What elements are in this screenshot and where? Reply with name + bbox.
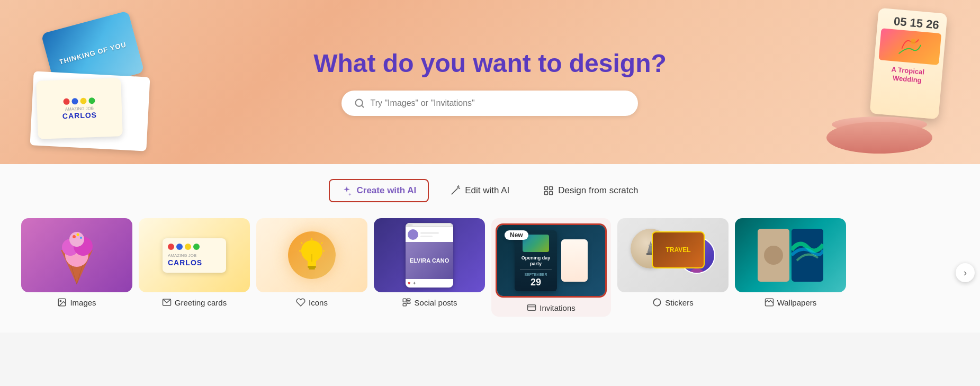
sticker-icon <box>652 298 662 307</box>
hero-center: What do you want to design? <box>313 49 667 116</box>
search-input[interactable] <box>370 98 625 108</box>
search-icon <box>354 98 365 109</box>
svg-rect-8 <box>550 187 553 190</box>
svg-rect-10 <box>550 192 553 195</box>
category-stickers[interactable]: TRAVEL Stick <box>617 218 729 307</box>
svg-rect-9 <box>545 192 548 195</box>
greeting-cards-label: Greeting cards <box>175 298 227 307</box>
category-wallpapers[interactable]: Wallpapers <box>735 218 846 307</box>
tab-edit-ai[interactable]: Edit with AI <box>437 179 522 202</box>
hero-title: What do you want to design? <box>313 49 667 78</box>
wallpapers-thumb <box>735 218 846 292</box>
icons-label: Icons <box>309 298 328 307</box>
search-bar[interactable] <box>341 91 638 116</box>
svg-rect-7 <box>545 187 548 190</box>
svg-rect-36 <box>528 305 536 311</box>
svg-point-18 <box>73 235 76 238</box>
category-icons[interactable]: Icons <box>256 218 367 307</box>
stickers-thumb: TRAVEL <box>617 218 729 292</box>
social-icon <box>402 298 411 307</box>
hero-invitation-card: 05 15 26 A Tropical Wedding <box>870 8 948 120</box>
category-images[interactable]: Images <box>21 218 132 307</box>
category-social-posts[interactable]: ELVIRA CANO ♥ ✦ Social posts <box>374 218 485 307</box>
wand-icon <box>450 185 461 196</box>
category-invitations[interactable]: New Opening day party SEPTEMBER 29 <box>491 218 611 317</box>
svg-rect-25 <box>309 268 315 270</box>
svg-point-2 <box>910 39 916 44</box>
svg-rect-24 <box>308 266 316 268</box>
images-thumb <box>21 218 132 292</box>
wallpapers-label: Wallpapers <box>777 298 816 307</box>
images-label: Images <box>70 298 96 307</box>
tabs-section: Create with AI Edit with AI Design from … <box>0 164 980 213</box>
pedestal: 05 15 26 A Tropical Wedding <box>816 5 948 154</box>
tab-edit-ai-label: Edit with AI <box>465 185 509 196</box>
envelope-icon <box>162 298 172 307</box>
social-posts-thumb: ELVIRA CANO ♥ ✦ <box>374 218 485 292</box>
grid-icon <box>543 185 554 196</box>
icons-category-icon <box>296 298 305 307</box>
categories-grid: Images AMAZING JOB CARLOS <box>0 213 980 333</box>
svg-rect-32 <box>403 299 406 302</box>
sparkle-icon <box>341 185 352 196</box>
category-greeting-cards[interactable]: AMAZING JOB CARLOS Greeting cards <box>139 218 250 307</box>
tab-create-ai-label: Create with AI <box>356 185 416 196</box>
svg-line-3 <box>452 189 457 194</box>
card-icon <box>527 303 536 312</box>
colorful-card: AMAZING JOB CARLOS <box>36 78 123 139</box>
svg-rect-33 <box>407 299 410 300</box>
hero-left-decoration: THINKING OF YOU AMAZING JOB CARLOS <box>32 11 164 148</box>
tab-design-scratch[interactable]: Design from scratch <box>531 179 651 202</box>
stickers-label: Stickers <box>665 298 693 307</box>
svg-point-20 <box>77 234 79 236</box>
wallpaper-icon <box>765 298 774 307</box>
svg-rect-34 <box>407 302 410 303</box>
next-button[interactable]: › <box>956 263 975 282</box>
tab-create-ai[interactable]: Create with AI <box>329 179 429 202</box>
svg-point-19 <box>80 237 82 239</box>
new-badge: New <box>505 230 528 240</box>
hero-section: THINKING OF YOU AMAZING JOB CARLOS What … <box>0 0 980 164</box>
svg-line-1 <box>362 105 364 107</box>
tab-design-scratch-label: Design from scratch <box>558 185 638 196</box>
invitations-thumb: New Opening day party SEPTEMBER 29 <box>496 223 607 298</box>
greeting-cards-thumb: AMAZING JOB CARLOS <box>139 218 250 292</box>
icons-thumb <box>256 218 367 292</box>
invitations-label: Invitations <box>540 303 576 312</box>
svg-line-4 <box>457 187 458 188</box>
svg-line-29 <box>301 243 302 244</box>
svg-rect-35 <box>403 303 406 306</box>
svg-point-46 <box>764 246 783 265</box>
svg-line-6 <box>458 186 459 187</box>
social-posts-label: Social posts <box>415 298 457 307</box>
hero-right-decoration: 05 15 26 A Tropical Wedding <box>816 5 948 154</box>
image-icon <box>57 298 67 307</box>
svg-point-22 <box>60 300 61 301</box>
svg-line-5 <box>459 188 460 188</box>
svg-line-28 <box>321 243 322 244</box>
